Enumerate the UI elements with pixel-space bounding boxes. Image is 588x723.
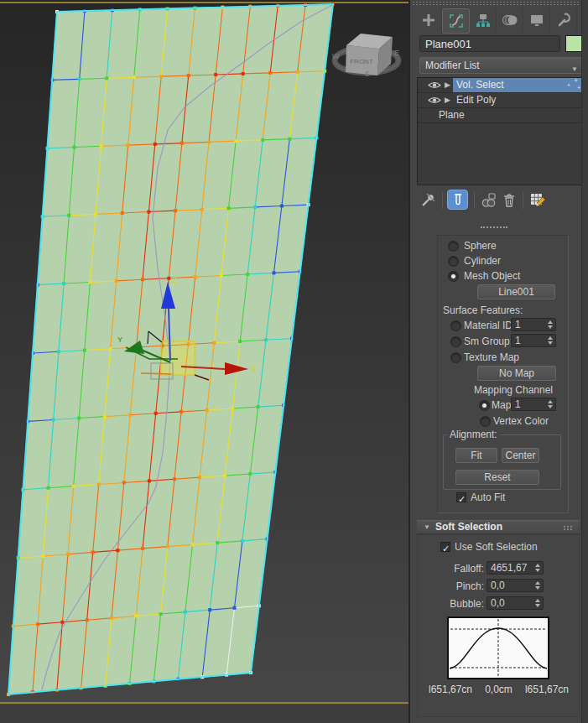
viewport-bottom-strip xyxy=(0,705,410,723)
rollout-separator[interactable] xyxy=(481,226,507,228)
radio-material-id[interactable] xyxy=(450,320,461,331)
remove-modifier-trash-icon[interactable] xyxy=(501,192,518,211)
alignment-label: Alignment: xyxy=(447,429,500,440)
compass-west-label[interactable]: W xyxy=(332,52,340,60)
use-soft-selection-checkbox[interactable] xyxy=(440,542,450,552)
spinner-up-icon[interactable] xyxy=(535,581,540,585)
radio-vertex-color[interactable] xyxy=(480,416,491,427)
spinner-down-icon[interactable] xyxy=(548,325,553,329)
auto-fit-checkbox[interactable] xyxy=(456,492,466,502)
viewcube-front-label[interactable]: FRONT xyxy=(350,58,373,65)
radio-map[interactable] xyxy=(479,400,490,411)
tab-motion[interactable] xyxy=(497,8,523,32)
compass-south-label[interactable]: S xyxy=(365,70,370,78)
cursor-sparkle: + xyxy=(567,82,570,88)
bubble-label: Bubble: xyxy=(427,598,484,610)
compass-east-label[interactable]: E xyxy=(394,49,399,57)
modifier-list-dropdown[interactable]: Modifier List ▼ xyxy=(419,57,584,74)
map-label: Map xyxy=(492,399,511,411)
radio-cylinder[interactable] xyxy=(448,256,459,267)
auto-fit-label: Auto Fit xyxy=(471,492,505,503)
mapping-channel-label: Mapping Channel xyxy=(463,384,564,396)
falloff-graph-labels: l651,67cn 0,0cm l651,67cn xyxy=(429,684,569,695)
tab-hierarchy[interactable] xyxy=(470,8,497,32)
viewport[interactable]: Z X Y FRONT W E S xyxy=(0,0,410,723)
spinner-down-icon[interactable] xyxy=(535,569,540,572)
visibility-eye-icon[interactable] xyxy=(428,96,441,107)
spinner-down-icon[interactable] xyxy=(535,586,540,590)
show-end-result-button[interactable] xyxy=(447,190,468,210)
vertex-color-label: Vertex Color xyxy=(493,415,549,427)
radio-sphere[interactable] xyxy=(448,241,459,252)
soft-selection-title: Soft Selection xyxy=(435,521,502,533)
gizmo-plane-handle[interactable] xyxy=(161,341,195,375)
visibility-eye-icon[interactable] xyxy=(428,81,441,92)
falloff-value[interactable]: 4651,67 xyxy=(491,562,527,575)
object-name-field[interactable]: Plane001 xyxy=(419,35,560,52)
surface-features-label: Surface Features: xyxy=(443,304,523,316)
expand-arrow-icon[interactable]: ▶ xyxy=(445,96,450,104)
modifier-label[interactable]: Edit Poly xyxy=(456,94,496,106)
no-map-button[interactable]: No Map xyxy=(477,366,556,381)
toolbar-separator xyxy=(474,192,475,209)
configure-modifier-sets-icon[interactable] xyxy=(529,191,548,212)
material-id-value[interactable]: 1 xyxy=(515,319,521,331)
spinner-down-icon[interactable] xyxy=(548,405,553,408)
base-object-label[interactable]: Plane xyxy=(439,109,465,121)
x-axis-label: X xyxy=(251,365,257,374)
spinner-up-icon[interactable] xyxy=(548,320,553,324)
radio-sm-group[interactable] xyxy=(450,336,461,347)
tab-utilities[interactable] xyxy=(550,8,577,32)
rollout-collapse-icon[interactable]: ▼ xyxy=(424,523,430,531)
bubble-value[interactable]: 0,0 xyxy=(491,597,505,610)
fit-button[interactable]: Fit xyxy=(455,448,497,463)
tab-modify[interactable] xyxy=(442,8,470,34)
mesh-object-label: Mesh Object xyxy=(464,270,520,282)
spinner-down-icon[interactable] xyxy=(535,604,540,607)
panel-scrollbar[interactable] xyxy=(581,0,588,723)
modifier-label[interactable]: Vol. Select xyxy=(456,79,504,91)
mesh-object-pick-button[interactable]: Line001 xyxy=(477,284,555,299)
modifier-stack: ▶ Vol. Select + + + ▶ Edit Poly Plane xyxy=(417,77,585,185)
falloff-spinner[interactable]: 4651,67 xyxy=(487,561,544,575)
tab-create[interactable] xyxy=(415,8,442,32)
spinner-up-icon[interactable] xyxy=(548,400,553,403)
radio-texture-map[interactable] xyxy=(450,352,461,363)
soft-selection-rollout-header[interactable]: ▼ Soft Selection xyxy=(417,520,580,534)
spinner-down-icon[interactable] xyxy=(548,341,553,345)
graph-center-value: 0,0cm xyxy=(485,684,513,695)
sm-group-value[interactable]: 1 xyxy=(515,335,521,347)
map-channel-value[interactable]: 1 xyxy=(515,398,521,411)
gizmo-orange-line xyxy=(141,373,171,374)
spinner-up-icon[interactable] xyxy=(535,564,540,567)
graph-right-value: l651,67cn xyxy=(525,684,569,695)
spinner-up-icon[interactable] xyxy=(535,599,540,602)
rollout-drag-grip[interactable] xyxy=(563,525,573,531)
pinch-value[interactable]: 0,0 xyxy=(491,580,505,592)
viewport-canvas[interactable]: Z X Y FRONT W E S xyxy=(0,0,410,723)
stack-row-plane[interactable]: Plane xyxy=(418,108,585,123)
make-unique-icon[interactable] xyxy=(481,192,497,211)
sm-group-spinner[interactable]: 1 xyxy=(511,334,556,347)
3dsmax-window: Z X Y FRONT W E S xyxy=(0,0,588,723)
radio-mesh-object[interactable] xyxy=(448,271,459,282)
stack-row-edit-poly[interactable]: ▶ Edit Poly xyxy=(418,93,585,108)
expand-arrow-icon[interactable]: ▶ xyxy=(445,81,450,89)
center-button[interactable]: Center xyxy=(502,448,539,463)
stack-row-vol-select[interactable]: ▶ Vol. Select + + + xyxy=(418,78,585,93)
modifier-list-label: Modifier List xyxy=(425,60,480,71)
tab-display[interactable] xyxy=(523,8,550,32)
panel-grip[interactable] xyxy=(412,1,580,6)
spinner-up-icon[interactable] xyxy=(548,336,553,340)
reset-button[interactable]: Reset xyxy=(455,470,539,485)
pinch-spinner[interactable]: 0,0 xyxy=(487,579,544,592)
bubble-spinner[interactable]: 0,0 xyxy=(487,596,544,610)
falloff-label: Falloff: xyxy=(427,563,484,575)
hierarchy-icon xyxy=(475,12,492,29)
material-id-spinner[interactable]: 1 xyxy=(511,318,556,331)
texture-map-label: Texture Map xyxy=(464,351,519,363)
pin-stack-icon[interactable] xyxy=(420,191,437,211)
toolbar-separator xyxy=(442,192,443,209)
create-icon xyxy=(420,12,437,29)
map-channel-spinner[interactable]: 1 xyxy=(511,398,556,411)
